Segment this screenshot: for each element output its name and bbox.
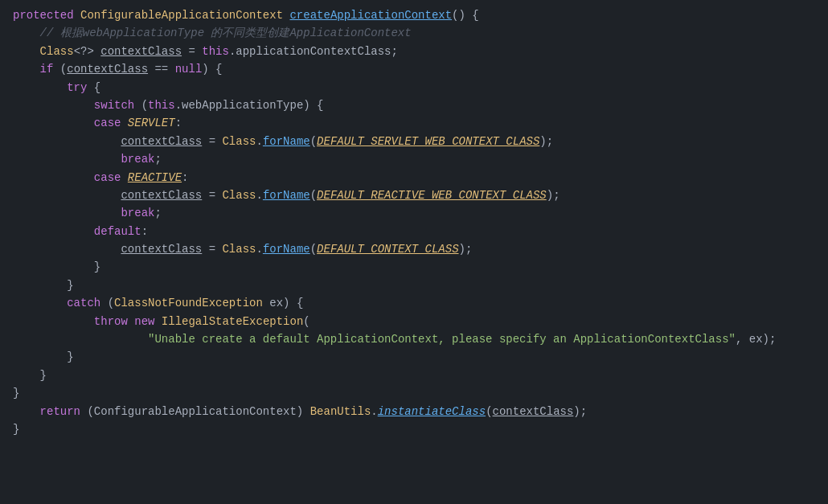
code-token: "Unable create a default ApplicationCont…	[148, 330, 736, 348]
code-token: SERVLET	[128, 114, 175, 132]
code-token: .applicationContextClass;	[229, 43, 398, 60]
code-token: (	[310, 133, 317, 150]
code-token: .	[256, 186, 262, 204]
code-line: }	[0, 367, 828, 384]
code-token: return	[40, 403, 88, 420]
code-token: =	[202, 240, 222, 258]
code-token: }	[40, 367, 47, 384]
code-token: switch	[94, 96, 141, 114]
code-line: if (contextClass == null) {	[0, 60, 828, 78]
code-token: );	[539, 133, 553, 150]
code-line: switch (this.webApplicationType) {	[0, 96, 828, 114]
code-token: contextClass	[100, 43, 182, 60]
code-token: contextClass	[121, 133, 202, 150]
code-token: instantiateClass	[378, 403, 486, 420]
code-line: }	[0, 277, 828, 294]
code-token: :	[182, 169, 188, 186]
code-line: Class<?> contextClass = this.application…	[0, 43, 828, 60]
code-token: REACTIVE	[128, 169, 182, 186]
code-token: (	[310, 186, 317, 204]
code-line: "Unable create a default ApplicationCont…	[0, 330, 828, 348]
code-token: try	[67, 79, 87, 96]
code-token: (ConfigurableApplicationContext)	[87, 403, 309, 420]
code-token: }	[67, 277, 73, 294]
code-token: =	[202, 133, 222, 150]
code-token: ClassNotFoundException	[114, 294, 269, 312]
code-token: contextClass	[67, 60, 148, 78]
code-line: // 根据webApplicationType 的不同类型创建Applicati…	[0, 24, 828, 42]
code-line: case SERVLET:	[0, 114, 828, 132]
code-line: break;	[0, 204, 828, 222]
code-token: new	[134, 313, 162, 330]
code-token: ;	[154, 150, 161, 168]
code-line: contextClass = Class.forName(DEFAULT_CON…	[0, 240, 828, 258]
code-token: contextClass	[121, 240, 202, 258]
code-token: contextClass	[493, 403, 574, 420]
code-token: (	[303, 313, 309, 330]
code-token: DEFAULT_REACTIVE_WEB_CONTEXT_CLASS	[317, 186, 547, 204]
code-token: default	[94, 223, 141, 240]
code-line: catch (ClassNotFoundException ex) {	[0, 294, 828, 312]
code-token: break	[121, 204, 154, 222]
code-token: , ex);	[736, 330, 776, 348]
code-token: ConfigurableApplicationContext	[80, 6, 289, 24]
code-token: :	[141, 223, 148, 240]
code-token: {	[87, 79, 100, 96]
code-token: (	[310, 240, 317, 258]
code-token: catch	[67, 294, 107, 312]
code-token: (	[108, 294, 114, 312]
code-token: this	[148, 96, 175, 114]
code-token: this	[202, 43, 229, 60]
code-line: case REACTIVE:	[0, 169, 828, 186]
code-token: ==	[148, 60, 175, 78]
code-token: .	[371, 403, 377, 420]
code-token: throw	[94, 313, 134, 330]
code-line: try {	[0, 79, 828, 96]
code-token: null	[175, 60, 203, 78]
code-line: default:	[0, 223, 828, 240]
code-token: break	[121, 150, 154, 168]
code-line: }	[0, 348, 828, 366]
code-line: protected ConfigurableApplicationContext…	[0, 6, 828, 24]
code-token: (	[60, 60, 67, 78]
code-token: }	[94, 258, 100, 276]
code-token: (	[141, 96, 148, 114]
code-token: .	[256, 240, 262, 258]
code-token: <?>	[74, 43, 101, 60]
code-token: if	[40, 60, 60, 78]
code-token: DEFAULT_CONTEXT_CLASS	[317, 240, 458, 258]
code-token: IllegalStateException	[162, 313, 303, 330]
code-token: contextClass	[121, 186, 202, 204]
code-token: Class	[40, 43, 74, 60]
code-token: forName	[263, 240, 310, 258]
code-token: .	[256, 133, 262, 150]
code-token: .webApplicationType) {	[175, 96, 324, 114]
code-token: forName	[263, 186, 310, 204]
code-editor: protected ConfigurableApplicationContext…	[0, 0, 828, 445]
code-token: ;	[154, 204, 161, 222]
code-token: Class	[222, 133, 256, 150]
code-token: Class	[222, 186, 256, 204]
code-line: }	[0, 420, 828, 438]
code-token: );	[547, 186, 560, 204]
code-line: return (ConfigurableApplicationContext) …	[0, 403, 828, 420]
code-token: forName	[263, 133, 310, 150]
code-token: }	[13, 384, 19, 402]
code-token: }	[13, 420, 19, 438]
code-line: break;	[0, 150, 828, 168]
code-token: ex) {	[269, 294, 303, 312]
code-token: );	[459, 240, 473, 258]
code-token: );	[573, 403, 587, 420]
code-token: (	[486, 403, 492, 420]
code-token: protected	[13, 6, 80, 24]
code-token: case	[94, 114, 128, 132]
code-line: }	[0, 384, 828, 402]
code-token: =	[182, 43, 202, 60]
code-token: =	[202, 186, 222, 204]
code-token: createApplicationContext	[289, 6, 452, 24]
code-token: :	[175, 114, 182, 132]
code-token: }	[67, 348, 73, 366]
code-line: contextClass = Class.forName(DEFAULT_REA…	[0, 186, 828, 204]
code-token: () {	[452, 6, 479, 24]
code-token: BeanUtils	[310, 403, 371, 420]
